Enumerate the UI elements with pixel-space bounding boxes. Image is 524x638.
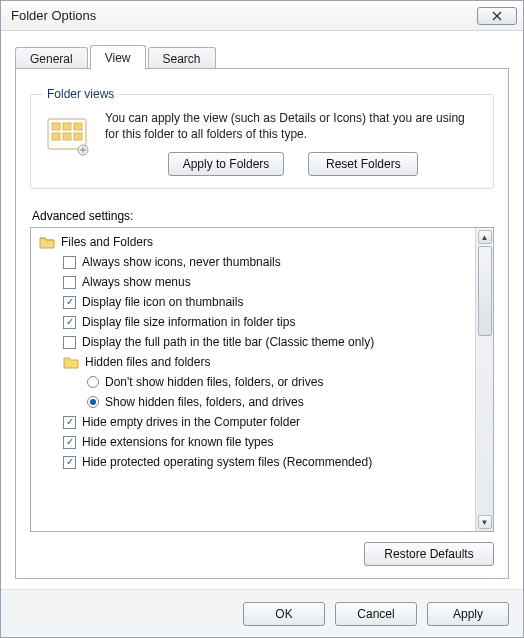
tab-strip: General View Search <box>15 45 509 69</box>
checkbox-icon[interactable] <box>63 316 76 329</box>
tree-group-hidden: Hidden files and folders <box>33 352 473 372</box>
tree-group-label: Hidden files and folders <box>85 355 210 369</box>
tree-item-label: Display file icon on thumbnails <box>82 295 243 309</box>
ok-button[interactable]: OK <box>243 602 325 626</box>
svg-rect-5 <box>63 133 71 140</box>
radio-icon[interactable] <box>87 376 99 388</box>
restore-defaults-button[interactable]: Restore Defaults <box>364 542 494 566</box>
svg-rect-1 <box>52 123 60 130</box>
close-button[interactable] <box>477 7 517 25</box>
reset-folders-button[interactable]: Reset Folders <box>308 152 418 176</box>
tree-item-hide-empty-drives[interactable]: Hide empty drives in the Computer folder <box>33 412 473 432</box>
tab-search[interactable]: Search <box>148 47 216 69</box>
scroll-thumb[interactable] <box>478 246 492 336</box>
svg-rect-2 <box>63 123 71 130</box>
content-area: General View Search Folder views <box>1 31 523 589</box>
tree-item-display-full-path[interactable]: Display the full path in the title bar (… <box>33 332 473 352</box>
tree-item-hide-extensions[interactable]: Hide extensions for known file types <box>33 432 473 452</box>
folder-icon <box>39 235 55 249</box>
tab-general[interactable]: General <box>15 47 88 69</box>
folder-icon <box>63 355 79 369</box>
dialog-footer: OK Cancel Apply <box>1 589 523 637</box>
tree-item-display-file-size[interactable]: Display file size information in folder … <box>33 312 473 332</box>
tree-item-label: Hide extensions for known file types <box>82 435 273 449</box>
svg-rect-4 <box>52 133 60 140</box>
advanced-settings-list[interactable]: Files and Folders Always show icons, nev… <box>31 228 475 531</box>
tree-item-always-icons[interactable]: Always show icons, never thumbnails <box>33 252 473 272</box>
tree-item-label: Display file size information in folder … <box>82 315 295 329</box>
tree-item-dont-show-hidden[interactable]: Don't show hidden files, folders, or dri… <box>33 372 473 392</box>
apply-to-folders-button[interactable]: Apply to Folders <box>168 152 285 176</box>
checkbox-icon[interactable] <box>63 296 76 309</box>
checkbox-icon[interactable] <box>63 336 76 349</box>
folder-views-group: Folder views <box>30 87 494 189</box>
tree-item-hide-protected-os[interactable]: Hide protected operating system files (R… <box>33 452 473 472</box>
tree-item-label: Don't show hidden files, folders, or dri… <box>105 375 323 389</box>
folder-views-icon <box>43 111 93 159</box>
tree-item-label: Always show menus <box>82 275 191 289</box>
scroll-track[interactable] <box>478 246 492 513</box>
tree-group-files-folders: Files and Folders <box>33 232 473 252</box>
tree-item-label: Show hidden files, folders, and drives <box>105 395 304 409</box>
tree-item-label: Hide protected operating system files (R… <box>82 455 372 469</box>
scrollbar[interactable]: ▲ ▼ <box>475 228 493 531</box>
tree-group-label: Files and Folders <box>61 235 153 249</box>
window-title: Folder Options <box>11 8 477 23</box>
apply-button[interactable]: Apply <box>427 602 509 626</box>
svg-rect-6 <box>74 133 82 140</box>
checkbox-icon[interactable] <box>63 436 76 449</box>
tree-item-show-hidden[interactable]: Show hidden files, folders, and drives <box>33 392 473 412</box>
folder-views-legend: Folder views <box>43 87 118 101</box>
close-x-icon <box>490 11 504 21</box>
svg-rect-3 <box>74 123 82 130</box>
folder-options-window: Folder Options General View Search Folde… <box>0 0 524 638</box>
checkbox-icon[interactable] <box>63 256 76 269</box>
checkbox-icon[interactable] <box>63 416 76 429</box>
checkbox-icon[interactable] <box>63 276 76 289</box>
tree-item-display-file-icon[interactable]: Display file icon on thumbnails <box>33 292 473 312</box>
scroll-down-icon[interactable]: ▼ <box>478 515 492 529</box>
checkbox-icon[interactable] <box>63 456 76 469</box>
cancel-button[interactable]: Cancel <box>335 602 417 626</box>
folder-views-text: You can apply the view (such as Details … <box>105 111 481 142</box>
advanced-settings-label: Advanced settings: <box>32 209 494 223</box>
scroll-up-icon[interactable]: ▲ <box>478 230 492 244</box>
titlebar: Folder Options <box>1 1 523 31</box>
advanced-settings-tree: Files and Folders Always show icons, nev… <box>30 227 494 532</box>
tab-view[interactable]: View <box>90 45 146 70</box>
tree-item-always-menus[interactable]: Always show menus <box>33 272 473 292</box>
tree-item-label: Hide empty drives in the Computer folder <box>82 415 300 429</box>
tab-panel-view: Folder views <box>15 68 509 579</box>
tree-item-label: Display the full path in the title bar (… <box>82 335 374 349</box>
tree-item-label: Always show icons, never thumbnails <box>82 255 281 269</box>
radio-icon[interactable] <box>87 396 99 408</box>
